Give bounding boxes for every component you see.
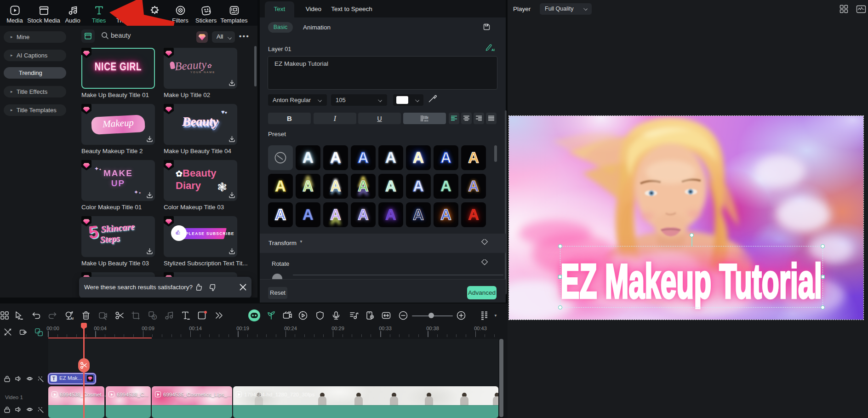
svg-text:AI: AI [70, 317, 74, 320]
svg-text:AI: AI [491, 48, 495, 52]
svg-text:T: T [153, 315, 155, 320]
svg-text:T: T [427, 116, 428, 120]
